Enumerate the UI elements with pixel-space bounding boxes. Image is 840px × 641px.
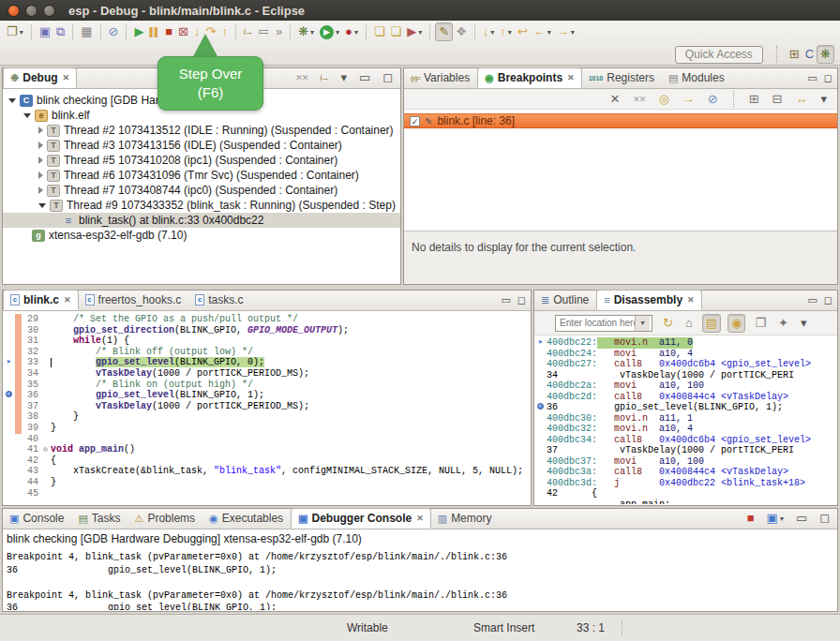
skip-all-breakpoints-toggle[interactable]: ⊘ (705, 90, 721, 109)
code-line[interactable]: 34 vTaskDelay(1000 / portTICK_PERIOD_MS)… (3, 368, 531, 380)
line-number[interactable]: 29 (22, 314, 40, 325)
minimize-icon[interactable]: ▭ (807, 68, 817, 87)
editor-tab-blink-c[interactable]: cblink.c✕ (3, 290, 79, 310)
location-input[interactable] (556, 318, 635, 328)
maximize-icon[interactable]: ◻ (824, 68, 832, 87)
annotation-ruler[interactable] (3, 455, 15, 467)
breakpoint-marker-icon[interactable] (3, 390, 15, 401)
chevron-right-icon[interactable] (38, 186, 43, 194)
code-line[interactable]: 31 while(1) { (3, 335, 531, 347)
code-line[interactable]: 39} (3, 423, 531, 434)
minimize-button[interactable]: ▭ (793, 509, 810, 528)
code-line[interactable]: 36 gpio_set_level(BLINK_GPIO, 1); (3, 390, 531, 401)
remove-all-terminated-button[interactable]: ✕✕ (292, 68, 310, 87)
annotation-ruler[interactable] (3, 325, 15, 336)
views-tab-variables[interactable]: (x)=Variables (404, 67, 477, 88)
show-breakpoints-for-button[interactable]: ◎ (655, 90, 671, 109)
chevron-right-icon[interactable] (38, 142, 43, 149)
code-line[interactable]: 29 /* Set the GPIO as a push/pull output… (3, 314, 531, 325)
maximize-button[interactable]: ◻ (380, 68, 396, 87)
views-tab-disassembly[interactable]: ≡Disassembly✕ (596, 290, 701, 310)
code-line[interactable]: 41⊖void app_main() (3, 444, 531, 455)
annotation-ruler[interactable] (3, 335, 15, 347)
chevron-right-icon[interactable] (38, 171, 43, 179)
chevron-down-icon[interactable]: ▾ (635, 316, 650, 331)
step-return-button[interactable]: ↑ (218, 22, 231, 41)
debug-tree-item[interactable]: TThread #7 1073408744 (ipc0) (Suspended … (3, 183, 400, 198)
skip-all-breakpoints-button[interactable]: ⊘ (106, 22, 122, 41)
line-number[interactable]: 38 (22, 411, 40, 423)
maximize-button[interactable]: ◻ (817, 509, 832, 528)
line-number[interactable]: 33 (22, 357, 40, 368)
disassembly-line[interactable]: app_main: (534, 499, 837, 505)
code-line[interactable]: 44} (3, 477, 531, 488)
annotation-ruler[interactable] (3, 423, 15, 434)
debug-tree-item[interactable]: TThread #3 1073413156 (IDLE) (Suspended … (3, 138, 400, 153)
code-line[interactable]: 32 /* Blink off (output low) */ (3, 347, 531, 358)
disassembly-line[interactable]: 400dbc3d: j 0x400dbc22 <blink_task+18> (534, 478, 837, 489)
cpp-perspective-button[interactable]: C (802, 45, 817, 64)
disassembly-line[interactable]: ➤400dbc22: movi.n a11, 0 (534, 337, 837, 349)
view-menu-button[interactable]: ▾ (338, 68, 350, 87)
disassembly-line[interactable]: 400dbc2d: call8 0x400844c4 <vTaskDelay> (534, 392, 837, 403)
close-icon[interactable]: ✕ (567, 73, 575, 82)
annotation-ruler[interactable] (3, 477, 15, 488)
next-annotation-button[interactable]: ↓▾ (480, 22, 498, 41)
debug-tree-item[interactable]: TThread #6 1073431096 (Tmr Svc) (Suspend… (3, 168, 400, 183)
editor-tab-freertos-hooks-c[interactable]: cfreertos_hooks.c (79, 290, 189, 310)
remove-all-breakpoints-button[interactable]: ✕✕ (630, 90, 648, 109)
chevron-right-icon[interactable] (38, 127, 43, 134)
terminate-console-button[interactable]: ■ (744, 509, 758, 528)
location-combo[interactable]: ▾ (555, 315, 652, 332)
code-line[interactable]: 43 xTaskCreate(&blink_task, "blink_task"… (3, 466, 531, 477)
debug-tree-item[interactable]: TThread #2 1073413512 (IDLE : Running) (… (3, 123, 400, 138)
line-number[interactable]: 32 (22, 347, 40, 358)
disassembly-line[interactable]: 400dbc3a: call8 0x400844c4 <vTaskDelay> (534, 467, 837, 478)
mark-occurrences-toggle[interactable]: ✎ (435, 22, 453, 41)
debug-perspective-button[interactable]: ❋ (817, 45, 834, 64)
debug-instruction-step-toggle[interactable]: i→ (317, 68, 331, 87)
views-tab-outline[interactable]: ≣Outline (534, 290, 596, 310)
disassembly-line[interactable]: 400dbc34: call8 0x400dc6b4 <gpio_set_lev… (534, 435, 837, 446)
minimize-icon[interactable]: ▭ (807, 291, 817, 309)
chevron-down-icon[interactable] (23, 113, 31, 118)
suspend-button[interactable]: ▌▌ (146, 22, 162, 41)
editor-tab-tasks-c[interactable]: ctasks.c (188, 290, 250, 310)
code-line[interactable]: 40 (3, 434, 531, 445)
forward-button[interactable]: →▾ (554, 22, 578, 41)
collapse-all-button[interactable]: ⊟ (770, 90, 786, 109)
build-button[interactable]: ▦ (78, 22, 95, 41)
annotation-ruler[interactable] (3, 401, 15, 412)
maximize-icon[interactable]: ◻ (824, 291, 832, 309)
view-menu-button[interactable]: ▾ (798, 314, 810, 333)
line-number[interactable]: 35 (22, 380, 40, 391)
line-number[interactable]: 36 (22, 390, 40, 401)
line-number[interactable]: 40 (22, 434, 40, 445)
instruction-pointer-icon[interactable]: ➤ (3, 357, 15, 368)
code-line[interactable]: 38 } (3, 411, 531, 423)
line-number[interactable]: 43 (22, 466, 40, 477)
disassembly-line[interactable]: 400dbc37: movi a10, 100 (534, 456, 837, 468)
new-wizard-button[interactable]: ❐▾ (4, 22, 26, 41)
views-tab-modules[interactable]: ▤Modules (662, 67, 732, 88)
annotation-ruler[interactable] (3, 466, 15, 477)
maximize-icon[interactable]: ◻ (518, 291, 526, 309)
last-edit-location-button[interactable]: ↩ (515, 22, 531, 41)
go-to-file-button[interactable]: → (680, 90, 698, 109)
code-line[interactable]: 37 vTaskDelay(1000 / portTICK_PERIOD_MS)… (3, 401, 531, 412)
disconnect-button[interactable]: ⊠ (175, 22, 191, 41)
window-minimize-button[interactable] (25, 5, 38, 17)
expand-all-button[interactable]: ⊞ (746, 90, 762, 109)
chevron-right-icon[interactable] (38, 157, 43, 164)
code-line[interactable]: 30 gpio_set_direction(BLINK_GPIO, GPIO_M… (3, 325, 531, 336)
link-with-debug-view-toggle[interactable]: ↔ (792, 90, 810, 109)
disassembly-line[interactable]: 400dbc30: movi.n a11, 1 (534, 413, 837, 425)
chevron-down-icon[interactable] (8, 98, 16, 103)
annotation-properties-button[interactable]: ❖ (453, 22, 470, 41)
annotation-ruler[interactable] (3, 444, 15, 455)
quick-access-box[interactable]: Quick Access (675, 46, 763, 64)
display-selected-console-button[interactable]: ▣▾ (764, 509, 787, 528)
disassembly-line[interactable]: 400dbc2a: movi a10, 100 (534, 380, 837, 392)
line-number[interactable]: 39 (22, 423, 40, 434)
annotation-ruler[interactable] (3, 347, 15, 358)
